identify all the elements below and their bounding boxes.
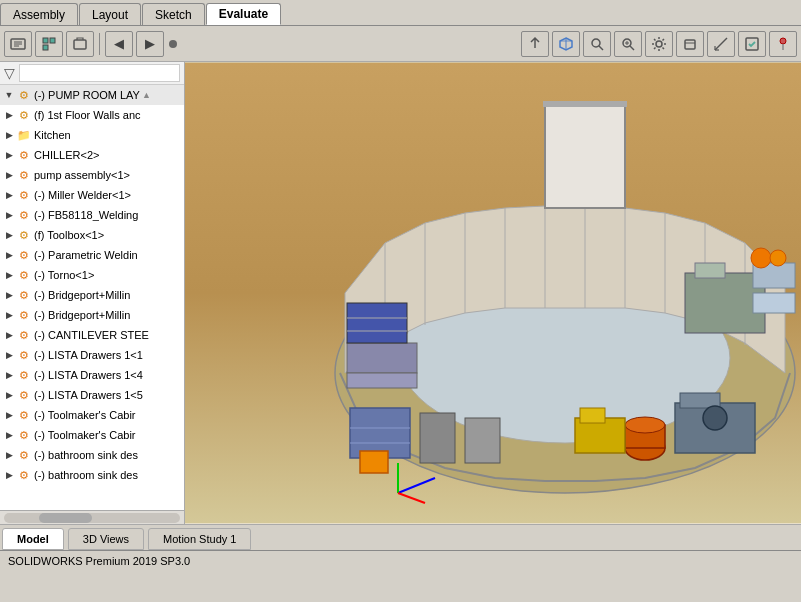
expand-root[interactable]: ▼ xyxy=(2,88,16,102)
tree-item-13[interactable]: ▶ ⚙ (-) LISTA Drawers 1<1 xyxy=(0,345,184,365)
tree-item-14[interactable]: ▶ ⚙ (-) LISTA Drawers 1<4 xyxy=(0,365,184,385)
top-btn-arrow[interactable] xyxy=(521,31,549,57)
tree-label-7: (f) Toolbox<1> xyxy=(34,229,104,241)
expand-16[interactable]: ▶ xyxy=(2,408,16,422)
icon-1: ⚙ xyxy=(16,107,32,123)
tab-sketch[interactable]: Sketch xyxy=(142,3,205,25)
3d-scene xyxy=(185,62,801,524)
tree-item-11[interactable]: ▶ ⚙ (-) Bridgeport+Millin xyxy=(0,305,184,325)
tree-label-4: pump assembly<1> xyxy=(34,169,130,181)
toolbar-btn-3[interactable] xyxy=(66,31,94,57)
expand-1[interactable]: ▶ xyxy=(2,108,16,122)
tree-item-root[interactable]: ▼ ⚙ (-) PUMP ROOM LAY ▲ xyxy=(0,85,184,105)
svg-rect-47 xyxy=(695,263,725,278)
scrollbar-track[interactable] xyxy=(4,513,180,523)
toolbar-btn-back[interactable]: ◀ xyxy=(105,31,133,57)
tree-item-8[interactable]: ▶ ⚙ (-) Parametric Weldin xyxy=(0,245,184,265)
tree-label-12: (-) CANTILEVER STEE xyxy=(34,329,149,341)
icon-11: ⚙ xyxy=(16,307,32,323)
top-btn-gear[interactable] xyxy=(645,31,673,57)
expand-11[interactable]: ▶ xyxy=(2,308,16,322)
toolbar-btn-forward[interactable]: ▶ xyxy=(136,31,164,57)
tree-item-9[interactable]: ▶ ⚙ (-) Torno<1> xyxy=(0,265,184,285)
expand-19[interactable]: ▶ xyxy=(2,468,16,482)
icon-4: ⚙ xyxy=(16,167,32,183)
expand-17[interactable]: ▶ xyxy=(2,428,16,442)
scrollbar-thumb[interactable] xyxy=(39,513,92,523)
expand-5[interactable]: ▶ xyxy=(2,188,16,202)
top-btn-search2[interactable] xyxy=(614,31,642,57)
tree-item-2[interactable]: ▶ 📁 Kitchen xyxy=(0,125,184,145)
tree-item-4[interactable]: ▶ ⚙ pump assembly<1> xyxy=(0,165,184,185)
expand-9[interactable]: ▶ xyxy=(2,268,16,282)
tree-item-10[interactable]: ▶ ⚙ (-) Bridgeport+Millin xyxy=(0,285,184,305)
tab-assembly[interactable]: Assembly xyxy=(0,3,78,25)
tree-item-6[interactable]: ▶ ⚙ (-) FB58118_Welding xyxy=(0,205,184,225)
tab-motion-study[interactable]: Motion Study 1 xyxy=(148,528,251,550)
svg-line-14 xyxy=(630,46,634,50)
svg-line-12 xyxy=(599,46,603,50)
filter-bar: ▽ xyxy=(0,62,184,85)
tree-label-16: (-) Toolmaker's Cabir xyxy=(34,409,136,421)
tree-item-15[interactable]: ▶ ⚙ (-) LISTA Drawers 1<5 xyxy=(0,385,184,405)
tree-item-19[interactable]: ▶ ⚙ (-) bathroom sink des xyxy=(0,465,184,485)
feature-tree[interactable]: ▼ ⚙ (-) PUMP ROOM LAY ▲ ▶ ⚙ (f) 1st Floo… xyxy=(0,85,184,510)
top-btn-3d-box[interactable] xyxy=(552,31,580,57)
top-btn-pin[interactable] xyxy=(769,31,797,57)
tree-item-18[interactable]: ▶ ⚙ (-) bathroom sink des xyxy=(0,445,184,465)
icon-root: ⚙ xyxy=(16,87,32,103)
expand-12[interactable]: ▶ xyxy=(2,328,16,342)
toolbar-btn-2[interactable] xyxy=(35,31,63,57)
expand-18[interactable]: ▶ xyxy=(2,448,16,462)
svg-rect-60 xyxy=(465,418,500,463)
tree-label-2: Kitchen xyxy=(34,129,71,141)
tree-item-1[interactable]: ▶ ⚙ (f) 1st Floor Walls anc xyxy=(0,105,184,125)
icon-17: ⚙ xyxy=(16,427,32,443)
icon-folder-kitchen: 📁 xyxy=(16,127,32,143)
filter-input[interactable] xyxy=(19,64,180,82)
expand-6[interactable]: ▶ xyxy=(2,208,16,222)
tree-item-3[interactable]: ▶ ⚙ CHILLER<2> xyxy=(0,145,184,165)
tree-item-7[interactable]: ▶ ⚙ (f) Toolbox<1> xyxy=(0,225,184,245)
3d-viewport[interactable] xyxy=(185,62,801,524)
tree-label-5: (-) Miller Welder<1> xyxy=(34,189,131,201)
tree-label-9: (-) Torno<1> xyxy=(34,269,94,281)
filter-icon: ▽ xyxy=(4,65,15,81)
icon-10: ⚙ xyxy=(16,287,32,303)
expand-3[interactable]: ▶ xyxy=(2,148,16,162)
tree-item-12[interactable]: ▶ ⚙ (-) CANTILEVER STEE xyxy=(0,325,184,345)
expand-8[interactable]: ▶ xyxy=(2,248,16,262)
expand-7[interactable]: ▶ xyxy=(2,228,16,242)
toolbar-btn-1[interactable] xyxy=(4,31,32,57)
top-btn-box[interactable] xyxy=(676,31,704,57)
tab-model[interactable]: Model xyxy=(2,528,64,550)
tree-label-10: (-) Bridgeport+Millin xyxy=(34,289,130,301)
tree-item-17[interactable]: ▶ ⚙ (-) Toolmaker's Cabir xyxy=(0,425,184,445)
svg-line-20 xyxy=(715,38,727,50)
tab-3d-views[interactable]: 3D Views xyxy=(68,528,144,550)
expand-14[interactable]: ▶ xyxy=(2,368,16,382)
svg-point-17 xyxy=(656,41,662,47)
expand-2[interactable]: ▶ xyxy=(2,128,16,142)
top-btn-checklist[interactable] xyxy=(738,31,766,57)
expand-15[interactable]: ▶ xyxy=(2,388,16,402)
expand-10[interactable]: ▶ xyxy=(2,288,16,302)
top-btn-measure[interactable] xyxy=(707,31,735,57)
tree-label-17: (-) Toolmaker's Cabir xyxy=(34,429,136,441)
svg-rect-39 xyxy=(545,103,625,208)
svg-rect-52 xyxy=(580,408,605,423)
horizontal-scrollbar[interactable] xyxy=(0,510,184,524)
tree-label-14: (-) LISTA Drawers 1<4 xyxy=(34,369,143,381)
tree-label-15: (-) LISTA Drawers 1<5 xyxy=(34,389,143,401)
tab-layout[interactable]: Layout xyxy=(79,3,141,25)
icon-5: ⚙ xyxy=(16,187,32,203)
tree-label-19: (-) bathroom sink des xyxy=(34,469,138,481)
tree-item-16[interactable]: ▶ ⚙ (-) Toolmaker's Cabir xyxy=(0,405,184,425)
icon-19: ⚙ xyxy=(16,467,32,483)
expand-4[interactable]: ▶ xyxy=(2,168,16,182)
tab-evaluate[interactable]: Evaluate xyxy=(206,3,281,25)
tree-item-5[interactable]: ▶ ⚙ (-) Miller Welder<1> xyxy=(0,185,184,205)
tree-label-8: (-) Parametric Weldin xyxy=(34,249,138,261)
top-btn-search1[interactable] xyxy=(583,31,611,57)
expand-13[interactable]: ▶ xyxy=(2,348,16,362)
